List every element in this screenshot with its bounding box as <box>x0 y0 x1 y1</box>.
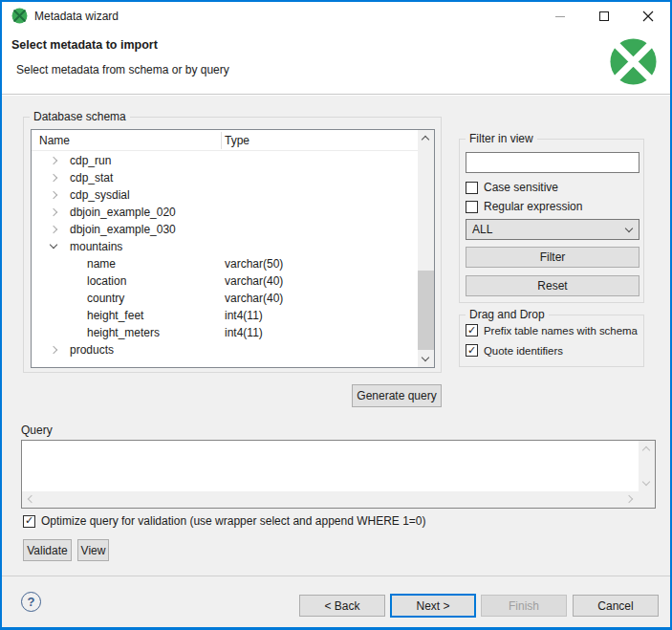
reset-button[interactable]: Reset <box>466 275 639 296</box>
chevron-right-icon[interactable] <box>47 188 60 202</box>
drag-and-drop-group: Drag and Drop Prefix table names with sc… <box>459 315 644 367</box>
regular-expression-checkbox[interactable] <box>466 201 478 213</box>
case-sensitive-label: Case sensitive <box>484 181 558 194</box>
maximize-button[interactable] <box>582 2 626 31</box>
tree-cell-type: int4(11) <box>225 326 263 339</box>
scroll-right-icon <box>622 491 639 508</box>
tree-row[interactable]: products <box>32 341 418 358</box>
tree-cell-name: dbjoin_example_030 <box>70 223 176 236</box>
chevron-right-icon[interactable] <box>47 223 60 236</box>
schema-tree-rows: cdp_runcdp_statcdp_sysdialdbjoin_example… <box>32 152 418 367</box>
back-button[interactable]: < Back <box>299 595 385 617</box>
view-button[interactable]: View <box>77 539 109 561</box>
scroll-up-icon <box>639 441 655 457</box>
query-box <box>21 440 656 509</box>
prefix-tables-checkbox[interactable] <box>466 324 478 337</box>
tree-cell-name: products <box>70 343 114 357</box>
minimize-button[interactable] <box>538 2 582 31</box>
schema-tree-header: Name Type <box>32 130 418 151</box>
title-bar: Metadata wizard <box>2 2 670 31</box>
no-icon <box>47 257 60 271</box>
prefix-tables-label: Prefix table names with schema <box>484 325 638 337</box>
optimize-query-checkbox[interactable] <box>23 515 35 528</box>
column-header-type[interactable]: Type <box>225 134 249 147</box>
help-icon[interactable]: ? <box>21 592 41 612</box>
chevron-right-icon[interactable] <box>47 343 60 357</box>
database-schema-group-label: Database schema <box>30 110 130 123</box>
validate-button[interactable]: Validate <box>23 539 72 561</box>
tree-cell-type: int4(11) <box>225 309 263 322</box>
clover-app-icon <box>11 8 28 24</box>
next-button[interactable]: Next > <box>390 594 476 618</box>
close-button[interactable] <box>626 2 670 31</box>
tree-row[interactable]: cdp_sysdial <box>32 186 418 204</box>
quote-identifiers-checkbox[interactable] <box>466 344 478 357</box>
tree-cell-name: location <box>87 274 126 288</box>
scroll-up-icon[interactable] <box>418 130 434 146</box>
query-vertical-scrollbar <box>639 441 655 491</box>
chevron-down-icon <box>625 225 633 232</box>
chevron-right-icon[interactable] <box>47 171 60 185</box>
filter-button[interactable]: Filter <box>466 247 639 268</box>
tree-cell-type: varchar(40) <box>225 292 283 305</box>
quote-identifiers-label: Quote identifiers <box>484 345 563 357</box>
tree-row[interactable]: dbjoin_example_020 <box>32 204 418 221</box>
clover-logo <box>608 36 659 87</box>
page-subtitle: Select metadata from schema or by query <box>16 63 229 76</box>
chevron-right-icon[interactable] <box>47 206 60 219</box>
quote-identifiers-checkbox-row[interactable]: Quote identifiers <box>466 344 563 357</box>
query-horizontal-scrollbar <box>22 491 639 508</box>
tree-row[interactable]: height_metersint4(11) <box>32 324 418 341</box>
tree-cell-name: cdp_sysdial <box>70 188 130 202</box>
prefix-tables-checkbox-row[interactable]: Prefix table names with schema <box>466 324 638 337</box>
scroll-down-icon[interactable] <box>418 351 434 367</box>
no-icon <box>47 326 60 339</box>
tree-cell-name: height_meters <box>87 326 160 339</box>
tree-vertical-scrollbar[interactable] <box>418 130 434 367</box>
filter-input[interactable] <box>466 152 639 173</box>
tree-cell-name: cdp_run <box>70 154 111 167</box>
query-textarea[interactable] <box>22 441 639 491</box>
schema-tree: Name Type cdp_runcdp_statcdp_sysdialdbjo… <box>31 129 435 368</box>
scroll-left-icon <box>22 491 38 508</box>
no-icon <box>47 309 60 322</box>
case-sensitive-checkbox-row[interactable]: Case sensitive <box>466 181 558 194</box>
tree-row[interactable]: countryvarchar(40) <box>32 290 418 307</box>
metadata-wizard-dialog: Metadata wizard Select metadata to impor… <box>0 0 672 630</box>
regular-expression-checkbox-row[interactable]: Regular expression <box>466 200 582 213</box>
tree-row[interactable]: cdp_run <box>32 152 418 169</box>
tree-row[interactable]: namevarchar(50) <box>32 255 418 272</box>
wizard-header: Select metadata to import Select metadat… <box>2 31 670 95</box>
regular-expression-label: Regular expression <box>484 200 582 213</box>
column-divider[interactable] <box>221 132 222 149</box>
tree-row[interactable]: dbjoin_example_030 <box>32 221 418 238</box>
no-icon <box>47 274 60 288</box>
tree-row[interactable]: cdp_stat <box>32 169 418 186</box>
tree-cell-name: cdp_stat <box>70 171 113 185</box>
content-area: Database schema Name Type cdp_runcdp_sta… <box>2 96 670 577</box>
window-title: Metadata wizard <box>34 10 119 23</box>
tree-row[interactable]: height_feetint4(11) <box>32 307 418 324</box>
tree-row[interactable]: locationvarchar(40) <box>32 272 418 290</box>
maximize-icon <box>599 11 609 21</box>
cancel-button[interactable]: Cancel <box>573 595 659 617</box>
chevron-right-icon[interactable] <box>47 154 60 167</box>
tree-cell-type: varchar(40) <box>225 274 283 288</box>
filter-in-view-group: Filter in view Case sensitive Regular ex… <box>459 139 644 303</box>
optimize-query-label: Optimize query for validation (use wrapp… <box>41 514 426 528</box>
filter-scope-select[interactable]: ALL <box>466 219 639 240</box>
tree-cell-name: mountains <box>70 240 122 253</box>
scrollbar-thumb[interactable] <box>418 271 434 350</box>
tree-row[interactable]: mountains <box>32 238 418 255</box>
column-header-name[interactable]: Name <box>39 134 70 147</box>
chevron-down-icon[interactable] <box>47 240 60 253</box>
generate-query-button[interactable]: Generate query <box>352 384 442 407</box>
minimize-icon <box>555 16 565 17</box>
footer-bar: ? < Back Next > Finish Cancel <box>2 576 670 627</box>
tree-cell-name: dbjoin_example_020 <box>70 206 176 219</box>
finish-button: Finish <box>481 595 567 617</box>
filter-group-label: Filter in view <box>466 132 537 145</box>
optimize-query-checkbox-row[interactable]: Optimize query for validation (use wrapp… <box>23 514 426 528</box>
scrollbar-corner <box>639 491 655 508</box>
case-sensitive-checkbox[interactable] <box>466 182 478 194</box>
